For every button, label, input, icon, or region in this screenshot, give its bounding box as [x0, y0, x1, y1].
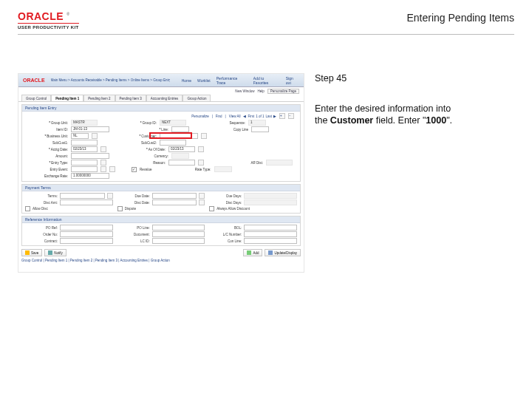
rate-type-field — [214, 166, 232, 172]
sequence-label: Sequence: — [202, 121, 245, 125]
con-line-field[interactable] — [244, 238, 297, 244]
disc-date-calendar-icon[interactable] — [199, 200, 205, 205]
home-link[interactable]: Home — [182, 78, 191, 83]
last-icon[interactable]: ▶ — [273, 114, 276, 118]
always-allow-disc-checkbox[interactable] — [209, 206, 214, 211]
tab-group-control[interactable]: Group Control — [21, 95, 51, 101]
item-id-field[interactable]: JM-01-13 — [71, 126, 109, 132]
order-no-field[interactable] — [60, 231, 113, 237]
lc-id-field[interactable] — [152, 238, 205, 244]
asof-date-calendar-icon[interactable] — [198, 146, 204, 152]
attach-icon[interactable] — [109, 166, 115, 172]
document-label: Document: — [117, 233, 150, 236]
reason-field[interactable] — [168, 160, 195, 166]
reason-label: Reason: — [123, 161, 166, 165]
tab-accounting-entries[interactable]: Accounting Entries — [146, 95, 183, 101]
business-unit-field[interactable]: NL — [71, 133, 89, 139]
exchange-rate-label: Exchange Rate: — [25, 174, 68, 178]
grid-toolbar: Personalize | Find | View All ◀ First 1 … — [25, 113, 297, 119]
entry-event-lookup-icon[interactable] — [100, 166, 106, 172]
disc-days-label: Disc Days: — [209, 201, 242, 205]
tab-group-action[interactable]: Group Action — [183, 95, 211, 101]
signout-link[interactable]: Sign out — [286, 76, 299, 85]
customer-lookup-icon[interactable] — [201, 133, 207, 139]
currency-field — [171, 153, 189, 159]
due-days-field — [244, 193, 297, 199]
help-link[interactable]: Help — [257, 89, 264, 93]
first-link[interactable]: First — [248, 115, 254, 118]
disc-date-field[interactable] — [152, 200, 197, 205]
personalize-page-button[interactable]: Personalize Page — [267, 89, 299, 94]
terms-lookup-icon[interactable] — [107, 193, 113, 199]
reason-lookup-icon[interactable] — [198, 160, 204, 166]
amount-label: Amount: — [25, 154, 68, 158]
group-id-label: Group ID: — [114, 121, 157, 125]
add-row-button[interactable]: + — [279, 113, 285, 119]
po-ref-label: PO Ref: — [25, 226, 58, 230]
customer-field[interactable] — [160, 133, 198, 139]
due-date-calendar-icon[interactable] — [199, 193, 205, 199]
oracle-wordmark: ORACLE — [18, 10, 64, 22]
group-id-value: NEXT — [160, 120, 186, 126]
first-icon[interactable]: ◀ — [243, 114, 246, 118]
revalue-checkbox[interactable] — [132, 167, 137, 172]
section-header: Reference Information — [22, 216, 300, 223]
asof-date-field[interactable]: 02/23/13 — [168, 146, 195, 152]
viewall-link[interactable]: View All — [229, 115, 241, 118]
tab-pending-item-3[interactable]: Pending Item 3 — [115, 95, 146, 101]
oracle-logo: ORACLE ® — [18, 10, 79, 22]
copy-line-field[interactable] — [251, 126, 269, 132]
subcust1-field[interactable] — [71, 140, 98, 146]
footer-tab-links[interactable]: Group Control | Pending Item 1 | Pending… — [18, 258, 304, 265]
acctg-date-calendar-icon[interactable] — [100, 146, 106, 152]
bol-field[interactable] — [244, 225, 297, 231]
document-field[interactable] — [152, 231, 205, 237]
find-link[interactable]: Find — [216, 115, 222, 118]
section-reference-information: Reference Information PO Ref: PO Line: B… — [21, 216, 301, 246]
update-display-button[interactable]: Update/Display — [265, 249, 301, 256]
new-window-link[interactable]: New Window — [235, 89, 254, 93]
group-unit-label: Group Unit: — [25, 121, 68, 125]
add-favorites-link[interactable]: Add to Favorites — [253, 76, 280, 85]
dispute-checkbox[interactable] — [117, 206, 123, 211]
amount-field[interactable] — [71, 153, 109, 159]
po-ref-field[interactable] — [60, 225, 113, 231]
perf-trace-link[interactable]: Performance Trace — [216, 76, 248, 85]
entry-type-field[interactable] — [71, 160, 98, 166]
disc-amt-field[interactable] — [60, 200, 113, 205]
screenshot-app: ORACLE Main Menu > Accounts Receivable >… — [18, 73, 304, 273]
mini-oracle-logo: ORACLE — [23, 78, 45, 83]
disc-date-label: Disc Date: — [117, 201, 150, 205]
tab-pending-item-2[interactable]: Pending Item 2 — [83, 95, 115, 101]
acctg-date-field[interactable]: 02/23/13 — [71, 146, 98, 152]
allow-disc-checkbox[interactable] — [25, 206, 30, 211]
po-line-field[interactable] — [152, 225, 205, 231]
subcust2-field[interactable] — [160, 140, 186, 146]
delete-row-button[interactable]: − — [288, 113, 294, 119]
line-field[interactable] — [171, 126, 189, 132]
document-title: Entering Pending Items — [406, 12, 514, 24]
add-button[interactable]: Add — [243, 249, 262, 256]
lc-number-field[interactable] — [244, 231, 297, 237]
section-payment-terms: Payment Terms Terms: Due Date: Due Days:… — [21, 184, 301, 214]
last-link[interactable]: Last — [265, 115, 272, 118]
exchange-rate-field[interactable]: 1.00000000 — [71, 173, 109, 179]
upk-label: USER PRODUCTIVITY KIT — [18, 23, 79, 30]
terms-field[interactable] — [60, 193, 105, 199]
business-unit-lookup-icon[interactable] — [92, 133, 98, 139]
window-meta: New Window Help Personalize Page — [18, 87, 304, 95]
disc-amt-label: Disc Amt: — [25, 201, 58, 205]
add-icon — [247, 250, 251, 255]
allow-disc-label: Allow Disc — [33, 207, 48, 211]
entry-type-lookup-icon[interactable] — [100, 160, 106, 166]
always-allow-disc-label: Always Allow Discount — [216, 207, 250, 211]
personalize-link[interactable]: Personalize — [191, 115, 209, 118]
contract-field[interactable] — [60, 238, 113, 244]
tab-pending-item-1[interactable]: Pending Item 1 — [51, 95, 83, 101]
worklist-link[interactable]: Worklist — [197, 78, 211, 83]
save-button[interactable]: Save — [21, 249, 42, 256]
entry-event-field[interactable] — [71, 166, 98, 172]
due-date-field[interactable] — [152, 193, 197, 199]
notify-button[interactable]: Notify — [44, 249, 66, 256]
dispute-label: Dispute — [125, 207, 136, 211]
